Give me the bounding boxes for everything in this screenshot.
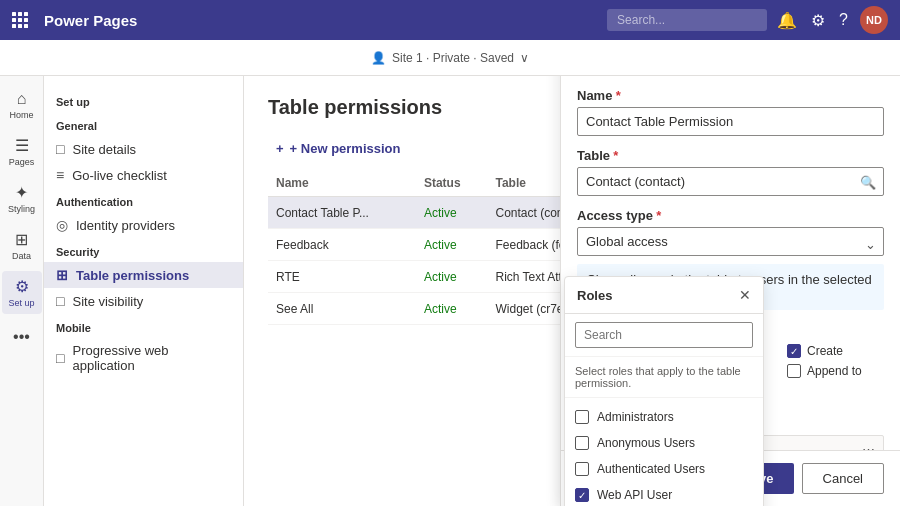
sidebar-icon-setup[interactable]: ⚙ Set up bbox=[2, 271, 42, 314]
sidebar-icon-styling[interactable]: ✦ Styling bbox=[2, 177, 42, 220]
roles-popup-title: Roles bbox=[577, 288, 612, 303]
sidebar-item-identity-label: Identity providers bbox=[76, 218, 175, 233]
sidebar-icon-home[interactable]: ⌂ Home bbox=[2, 84, 42, 126]
anonymous-users-label: Anonymous Users bbox=[597, 436, 695, 450]
identity-icon: ◎ bbox=[56, 217, 68, 233]
global-search-input[interactable] bbox=[607, 9, 767, 31]
pages-icon: ☰ bbox=[15, 136, 29, 155]
sidebar-item-go-live-label: Go-live checklist bbox=[72, 168, 167, 183]
append-to-label: Append to bbox=[807, 364, 862, 378]
table-field-wrapper: 🔍 bbox=[577, 167, 884, 196]
roles-search-input[interactable] bbox=[575, 322, 753, 348]
row-name: See All bbox=[268, 293, 416, 325]
name-required-mark: * bbox=[616, 88, 621, 103]
access-type-select-wrapper: Global access Contact access Account acc… bbox=[577, 227, 884, 260]
main-layout: ⌂ Home ☰ Pages ✦ Styling ⊞ Data ⚙ Set up… bbox=[0, 76, 900, 506]
setup-icon: ⚙ bbox=[15, 277, 29, 296]
role-option-anonymous-users[interactable]: Anonymous Users bbox=[565, 430, 763, 456]
content-sidebar: Set up General □ Site details ≡ Go-live … bbox=[44, 76, 244, 506]
create-checkbox[interactable]: ✓ bbox=[787, 344, 801, 358]
more-icon: ••• bbox=[13, 328, 30, 346]
sidebar-item-table-permissions[interactable]: ⊞ Table permissions bbox=[44, 262, 243, 288]
create-label: Create bbox=[807, 344, 843, 358]
avatar[interactable]: ND bbox=[860, 6, 888, 34]
sidebar-item-site-visibility-label: Site visibility bbox=[72, 294, 143, 309]
access-type-field-label: Access type * bbox=[577, 208, 884, 223]
sidebar-item-identity[interactable]: ◎ Identity providers bbox=[44, 212, 243, 238]
app-title: Power Pages bbox=[44, 12, 599, 29]
authenticated-users-checkbox[interactable] bbox=[575, 462, 589, 476]
cancel-button[interactable]: Cancel bbox=[802, 463, 884, 494]
status-badge: Active bbox=[424, 238, 457, 252]
name-field-label: Name * bbox=[577, 88, 884, 103]
web-api-user-label: Web API User bbox=[597, 488, 672, 502]
sidebar-icon-more[interactable]: ••• bbox=[2, 322, 42, 352]
home-icon: ⌂ bbox=[17, 90, 27, 108]
administrators-label: Administrators bbox=[597, 410, 674, 424]
sidebar-item-pwa-label: Progressive web application bbox=[72, 343, 231, 373]
sidebar-item-site-details-label: Site details bbox=[72, 142, 136, 157]
site-chevron-icon[interactable]: ∨ bbox=[520, 51, 529, 65]
app-grid-icon[interactable] bbox=[12, 12, 28, 28]
status-badge: Active bbox=[424, 302, 457, 316]
row-name: Feedback bbox=[268, 229, 416, 261]
append-to-checkbox[interactable] bbox=[787, 364, 801, 378]
authenticated-users-label: Authenticated Users bbox=[597, 462, 705, 476]
permission-create: ✓ Create bbox=[787, 344, 884, 358]
help-icon[interactable]: ? bbox=[837, 9, 850, 31]
name-input[interactable] bbox=[577, 107, 884, 136]
roles-popup-description: Select roles that apply to the table per… bbox=[565, 357, 763, 398]
sidebar-title: Set up bbox=[44, 88, 243, 112]
role-option-authenticated-users[interactable]: Authenticated Users bbox=[565, 456, 763, 482]
table-required-mark: * bbox=[613, 148, 618, 163]
section-security-label: Security bbox=[44, 238, 243, 262]
col-name: Name bbox=[268, 170, 416, 197]
sidebar-item-table-permissions-label: Table permissions bbox=[76, 268, 189, 283]
table-search-icon: 🔍 bbox=[860, 174, 876, 189]
roles-popup-header: Roles ✕ bbox=[565, 277, 763, 314]
table-permissions-icon: ⊞ bbox=[56, 267, 68, 283]
sidebar-item-site-details[interactable]: □ Site details bbox=[44, 136, 243, 162]
row-name: RTE bbox=[268, 261, 416, 293]
notifications-icon[interactable]: 🔔 bbox=[775, 9, 799, 32]
section-general-label: General bbox=[44, 112, 243, 136]
page-content: Table permissions + + New permission Nam… bbox=[244, 76, 900, 506]
go-live-icon: ≡ bbox=[56, 167, 64, 183]
roles-popup-list: Administrators Anonymous Users Authentic… bbox=[565, 398, 763, 506]
styling-icon: ✦ bbox=[15, 183, 28, 202]
site-bar: 👤 Site 1 · Private · Saved ∨ bbox=[0, 40, 900, 76]
settings-icon[interactable]: ⚙ bbox=[809, 9, 827, 32]
roles-popup-search bbox=[565, 314, 763, 357]
access-type-required-mark: * bbox=[656, 208, 661, 223]
sidebar-icon-data[interactable]: ⊞ Data bbox=[2, 224, 42, 267]
roles-popup-close-button[interactable]: ✕ bbox=[739, 287, 751, 303]
roles-popup: Roles ✕ Select roles that apply to the t… bbox=[564, 276, 764, 506]
section-auth-label: Authentication bbox=[44, 188, 243, 212]
icon-sidebar: ⌂ Home ☰ Pages ✦ Styling ⊞ Data ⚙ Set up… bbox=[0, 76, 44, 506]
add-icon: + bbox=[276, 141, 284, 156]
pwa-icon: □ bbox=[56, 350, 64, 366]
site-icon: 👤 bbox=[371, 51, 386, 65]
sidebar-icon-pages[interactable]: ☰ Pages bbox=[2, 130, 42, 173]
col-status: Status bbox=[416, 170, 488, 197]
sidebar-item-pwa[interactable]: □ Progressive web application bbox=[44, 338, 243, 378]
sidebar-item-go-live[interactable]: ≡ Go-live checklist bbox=[44, 162, 243, 188]
web-api-user-checkbox[interactable]: ✓ bbox=[575, 488, 589, 502]
section-mobile-label: Mobile bbox=[44, 314, 243, 338]
role-more-button[interactable]: ⋯ bbox=[862, 442, 875, 450]
top-nav: Power Pages 🔔 ⚙ ? ND bbox=[0, 0, 900, 40]
administrators-checkbox[interactable] bbox=[575, 410, 589, 424]
site-visibility-icon: □ bbox=[56, 293, 64, 309]
site-details-icon: □ bbox=[56, 141, 64, 157]
role-option-administrators[interactable]: Administrators bbox=[565, 404, 763, 430]
row-name: Contact Table P... bbox=[268, 197, 416, 229]
sidebar-menu: Set up General □ Site details ≡ Go-live … bbox=[44, 76, 243, 506]
table-field-label: Table * bbox=[577, 148, 884, 163]
table-input[interactable] bbox=[577, 167, 884, 196]
sidebar-item-site-visibility[interactable]: □ Site visibility bbox=[44, 288, 243, 314]
role-option-web-api-user[interactable]: ✓ Web API User bbox=[565, 482, 763, 506]
site-name: Site 1 · Private · Saved bbox=[392, 51, 514, 65]
anonymous-users-checkbox[interactable] bbox=[575, 436, 589, 450]
top-nav-icons: 🔔 ⚙ ? ND bbox=[775, 6, 888, 34]
access-type-select[interactable]: Global access Contact access Account acc… bbox=[577, 227, 884, 256]
